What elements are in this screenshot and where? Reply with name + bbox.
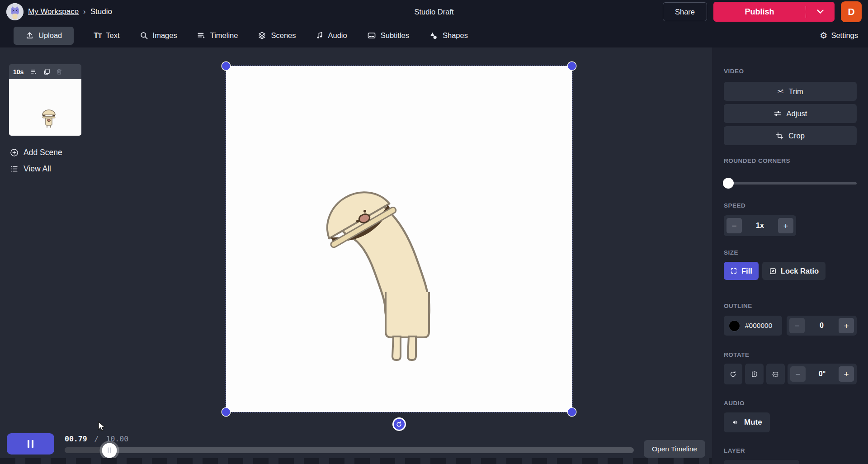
- chevron-down-icon: [817, 9, 824, 14]
- mute-button[interactable]: Mute: [724, 412, 770, 432]
- breadcrumb-current: Studio: [90, 7, 112, 16]
- layer-heading: LAYER: [724, 447, 857, 454]
- collapsed-timeline-strip[interactable]: [0, 458, 712, 464]
- pause-button[interactable]: [7, 433, 54, 455]
- workspace: 10s: [0, 47, 712, 464]
- main-area: 10s: [0, 47, 868, 464]
- scissors-icon: ✂: [777, 87, 783, 96]
- search-icon: [140, 31, 148, 40]
- publish-dropdown[interactable]: [806, 6, 835, 18]
- cat-avatar-icon: [6, 3, 24, 20]
- flip-horizontal-button[interactable]: [745, 364, 764, 384]
- outline-color-value: #000000: [745, 322, 772, 330]
- share-button[interactable]: Share: [663, 2, 707, 21]
- speed-increase-button[interactable]: +: [778, 218, 793, 233]
- resize-handle-top-left[interactable]: [222, 62, 230, 70]
- breadcrumb-workspace-link[interactable]: My Workspace: [28, 7, 79, 16]
- images-tool-button[interactable]: Images: [140, 31, 177, 40]
- outline-color-picker[interactable]: #000000: [724, 316, 782, 336]
- rotate-increase-button[interactable]: +: [839, 366, 854, 382]
- adjust-button[interactable]: Adjust: [724, 104, 857, 123]
- scene-thumbnail-card[interactable]: 10s: [9, 64, 81, 136]
- shapes-icon: [429, 31, 438, 40]
- rotate-angle-stepper: − 0° +: [788, 364, 857, 384]
- scene-card-header: 10s: [9, 64, 81, 79]
- settings-button[interactable]: ⚙ Settings: [820, 30, 858, 41]
- video-character-layer: [226, 66, 572, 412]
- outline-width-stepper: − 0 +: [787, 316, 857, 336]
- flip-vertical-button[interactable]: [766, 364, 785, 384]
- speaker-icon: [731, 419, 740, 426]
- rounded-corners-slider[interactable]: [724, 178, 857, 189]
- canvas[interactable]: [226, 66, 572, 412]
- outline-controls: #000000 − 0 +: [724, 316, 857, 336]
- account-avatar[interactable]: D: [841, 1, 862, 22]
- text-icon: TT: [94, 31, 101, 40]
- trim-button[interactable]: ✂ Trim: [724, 82, 857, 101]
- rotate-handle[interactable]: [392, 417, 406, 431]
- add-scene-button[interactable]: Add Scene: [10, 148, 62, 157]
- upload-button[interactable]: Upload: [14, 27, 74, 45]
- scene-thumbnail[interactable]: [9, 79, 81, 136]
- total-time: 10.00: [106, 435, 128, 443]
- scenes-tool-button[interactable]: Scenes: [258, 31, 296, 40]
- scrubber-knob[interactable]: [102, 443, 117, 458]
- outline-increase-button[interactable]: +: [839, 318, 854, 333]
- scene-duration-badge: 10s: [13, 68, 24, 76]
- pause-icon: [28, 440, 29, 448]
- rotate-cw-icon: [729, 370, 737, 378]
- time-display: 00.79 / 10.00: [65, 435, 128, 443]
- speed-decrease-button[interactable]: −: [726, 218, 742, 233]
- color-swatch: [729, 321, 740, 331]
- expand-icon: [730, 267, 737, 275]
- rotate-angle-value: 0°: [819, 370, 826, 378]
- workspace-avatar[interactable]: [6, 3, 24, 20]
- scene-timeline-icon[interactable]: [30, 69, 38, 75]
- time-separator: /: [94, 435, 99, 443]
- flip-horizontal-icon: [750, 370, 758, 378]
- subtitles-tool-button[interactable]: Subtitles: [367, 31, 409, 40]
- subtitles-icon: [367, 31, 376, 40]
- view-all-button[interactable]: View All: [10, 164, 51, 174]
- playback-scrubber[interactable]: [65, 447, 634, 453]
- upload-icon: [25, 31, 34, 40]
- breadcrumb: My Workspace › Studio: [6, 3, 112, 20]
- breadcrumb-separator: ›: [83, 7, 86, 16]
- music-note-icon: [316, 31, 324, 40]
- asset-toolbar: Upload TT Text Images Timeline Scenes Au…: [0, 24, 868, 47]
- bring-forward-button[interactable]: Bring Forward: [724, 460, 799, 464]
- publish-button[interactable]: Publish: [713, 2, 835, 22]
- slider-knob[interactable]: [723, 178, 734, 189]
- speed-value: 1x: [756, 222, 764, 230]
- resize-handle-bottom-left[interactable]: [222, 408, 230, 416]
- gear-icon: ⚙: [820, 30, 827, 41]
- speed-stepper: − 1x +: [724, 215, 796, 236]
- rotate-controls: − 0° +: [724, 364, 857, 384]
- current-time: 00.79: [65, 435, 87, 443]
- audio-heading: AUDIO: [724, 400, 857, 407]
- plus-circle-icon: [10, 148, 19, 157]
- crop-button[interactable]: Crop: [724, 126, 857, 145]
- list-icon: [10, 165, 19, 173]
- rotate-heading: ROTATE: [724, 351, 857, 358]
- topbar-actions: Share Publish D: [663, 1, 862, 22]
- rotate-90-button[interactable]: [724, 364, 742, 384]
- resize-handle-top-right[interactable]: [568, 62, 576, 70]
- lock-ratio-icon: [769, 267, 777, 275]
- scene-duplicate-icon[interactable]: [43, 68, 50, 75]
- shapes-tool-button[interactable]: Shapes: [429, 31, 468, 40]
- outline-decrease-button[interactable]: −: [789, 318, 805, 333]
- timeline-tool-button[interactable]: Timeline: [197, 31, 238, 40]
- scene-delete-icon[interactable]: [56, 68, 62, 75]
- outline-heading: OUTLINE: [724, 303, 857, 309]
- lock-ratio-button[interactable]: Lock Ratio: [762, 262, 826, 280]
- rotate-decrease-button[interactable]: −: [790, 366, 806, 382]
- audio-tool-button[interactable]: Audio: [316, 31, 347, 40]
- sliders-icon: [774, 109, 782, 118]
- open-timeline-button[interactable]: Open Timeline: [644, 440, 705, 458]
- fill-button[interactable]: Fill: [724, 262, 759, 280]
- text-tool-button[interactable]: TT Text: [94, 31, 119, 40]
- size-controls: Fill Lock Ratio: [724, 262, 857, 280]
- resize-handle-bottom-right[interactable]: [568, 408, 576, 416]
- rotate-icon: [396, 421, 402, 428]
